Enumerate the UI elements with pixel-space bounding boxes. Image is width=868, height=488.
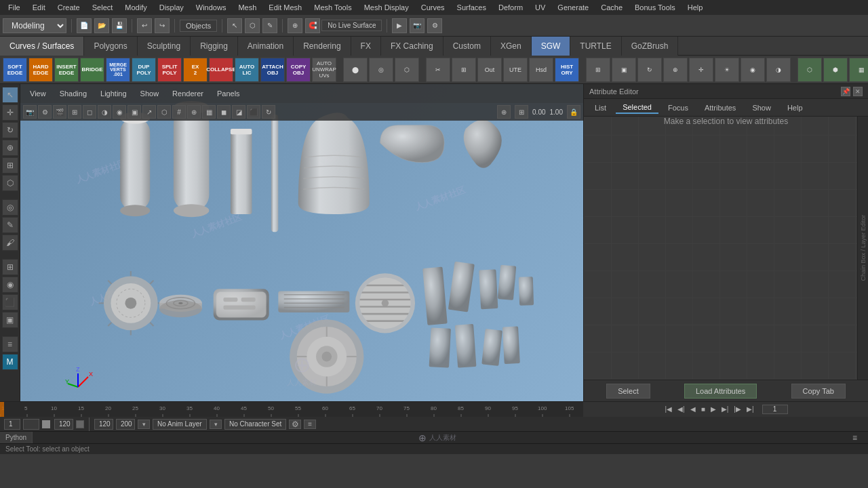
cube-btn[interactable]: ▣ (612, 58, 636, 82)
menu-modify[interactable]: Modify (119, 2, 152, 13)
select-tool-icon[interactable]: ↖ (227, 18, 242, 33)
poly-btn[interactable]: ⬡ (395, 58, 419, 82)
lock-icon[interactable]: 🔒 (567, 105, 580, 119)
camera-settings-icon[interactable]: ⚙ (38, 105, 52, 119)
vp-menu-panels[interactable]: Panels (213, 88, 244, 99)
step-back-icon[interactable]: ◀| (676, 405, 686, 413)
vp-menu-renderer[interactable]: Renderer (168, 88, 208, 99)
redo-icon[interactable]: ↪ (155, 18, 170, 33)
merge-verts-button[interactable]: MERGEVERTS.001 (106, 58, 130, 82)
paint-icon[interactable]: ✎ (262, 18, 277, 33)
char-set-options2[interactable]: ≡ (304, 420, 316, 429)
play-icon[interactable]: ▶ (709, 405, 717, 413)
display-mode4-icon[interactable]: ⬛ (247, 105, 260, 119)
char-set-field[interactable]: No Character Set (224, 419, 286, 430)
save-scene-icon[interactable]: 💾 (112, 18, 127, 33)
magnet-icon[interactable]: 🧲 (305, 18, 320, 33)
display-mode3-icon[interactable]: ◪ (232, 105, 245, 119)
xray-icon[interactable]: ◑ (98, 105, 111, 119)
menu-mesh[interactable]: Mesh (233, 2, 262, 13)
symmetry-icon[interactable]: ⊞ (515, 105, 528, 119)
insert-edge-button[interactable]: INSERTEDGE (54, 58, 79, 82)
frame-range-end[interactable]: 120 (54, 419, 73, 430)
soft-select-tool[interactable]: ◉ (2, 277, 18, 293)
vp-menu-view[interactable]: View (26, 88, 50, 99)
attr-tab-show[interactable]: Show (745, 102, 778, 113)
camera-perspective-icon[interactable]: 📷 (23, 105, 37, 119)
prev-frame-icon[interactable]: ◀ (689, 405, 697, 413)
snap-icon[interactable]: ⊕ (288, 18, 302, 33)
tab-animation[interactable]: Animation (238, 37, 294, 56)
hudloc-icon[interactable]: ⊕ (187, 105, 201, 119)
camera2-btn[interactable]: ◉ (741, 58, 765, 82)
wireframe-icon[interactable]: ◻ (83, 105, 96, 119)
tab-rendering[interactable]: Rendering (294, 37, 351, 56)
tab-gozbrush[interactable]: GoZBrush (622, 37, 679, 56)
select-tool[interactable]: ↖ (2, 87, 18, 103)
refresh-icon[interactable]: ↻ (262, 105, 275, 119)
lasso-icon[interactable]: ⬡ (245, 18, 260, 33)
camera-film-icon[interactable]: 🎬 (53, 105, 66, 119)
help-line-btn[interactable]: ≡ (852, 433, 857, 443)
torus-btn[interactable]: ◎ (369, 58, 393, 82)
menu-mesh-display[interactable]: Mesh Display (359, 2, 414, 13)
attr-tab-attributes[interactable]: Attributes (698, 102, 743, 113)
udim-icon[interactable]: ▣ (127, 105, 141, 119)
move-tool[interactable]: ✛ (2, 104, 18, 121)
python-tab[interactable]: Python (0, 432, 33, 443)
extrude-tool2[interactable]: ▣ (2, 312, 18, 328)
attr-tab-focus[interactable]: Focus (661, 102, 695, 113)
auto-unwrap-button[interactable]: AUTOUNWRAPUVs (312, 58, 336, 82)
menu-edit-mesh[interactable]: Edit Mesh (263, 2, 307, 13)
mode-dropdown[interactable]: Modeling Rigging Animation FX Rendering (3, 18, 66, 33)
bonus1-btn[interactable]: ⬡ (797, 58, 822, 82)
cut-btn[interactable]: ✂ (426, 58, 450, 82)
settings-icon[interactable]: ⚙ (427, 18, 442, 33)
menu-generate[interactable]: Generate (552, 2, 594, 13)
bonus3-btn[interactable]: ▦ (849, 58, 868, 82)
move-btn[interactable]: ✛ (689, 58, 713, 82)
tab-rigging[interactable]: Rigging (191, 37, 238, 56)
snap2-icon[interactable]: ⊕ (497, 105, 511, 119)
bonus2-btn[interactable]: ⬢ (823, 58, 848, 82)
attr-pin-icon[interactable]: 📌 (841, 87, 850, 96)
scale-btn[interactable]: ⊕ (663, 58, 688, 82)
display-mode2-icon[interactable]: ◼ (217, 105, 231, 119)
frame-range-slider[interactable] (42, 420, 52, 428)
viewport[interactable]: 人人素材社区 人人素材社区 人人素材社区 人人素材社区 人人素材社区 人人素材社… (20, 84, 583, 401)
split-poly-button[interactable]: SPLITPOLY (157, 58, 182, 82)
isolate-icon[interactable]: ◉ (113, 105, 126, 119)
anim-layer-field[interactable]: No Anim Layer (153, 419, 207, 430)
extrude-btn[interactable]: ⊞ (452, 58, 476, 82)
char-set-options[interactable]: ⚙ (289, 420, 301, 429)
menu-file[interactable]: File (3, 2, 26, 13)
hard-edge-button[interactable]: HARDEDGE (28, 58, 53, 82)
menu-create[interactable]: Create (52, 2, 85, 13)
menu-windows[interactable]: Windows (191, 2, 232, 13)
goto-start-icon[interactable]: |◀ (663, 405, 673, 413)
menu-bonus-tools[interactable]: Bonus Tools (629, 2, 681, 13)
menu-help[interactable]: Help (682, 2, 709, 13)
load-attributes-button[interactable]: Load Attributes (684, 384, 757, 399)
vp-menu-show[interactable]: Show (136, 88, 163, 99)
menu-uv[interactable]: UV (530, 2, 551, 13)
display-mode1-icon[interactable]: ▦ (202, 105, 216, 119)
light-btn[interactable]: ☀ (715, 58, 739, 82)
grid-toggle-icon[interactable]: ⊞ (68, 105, 81, 119)
new-scene-icon[interactable]: 📄 (77, 18, 92, 33)
poly-count-icon[interactable]: # (172, 105, 186, 119)
sculpt-tool[interactable]: 🖌 (2, 235, 18, 251)
goto-end-icon[interactable]: ▶| (745, 405, 755, 413)
tab-custom[interactable]: Custom (443, 37, 491, 56)
scale-tool[interactable]: ⊕ (2, 140, 18, 156)
menu-select[interactable]: Select (87, 2, 119, 13)
menu-cache[interactable]: Cache (595, 2, 628, 13)
universal-tool[interactable]: ⊞ (2, 157, 18, 174)
menu-display[interactable]: Display (154, 2, 189, 13)
tab-fx[interactable]: FX (351, 37, 381, 56)
dup-poly-button[interactable]: DUPPOLY (132, 58, 156, 82)
out-btn[interactable]: Out (477, 58, 502, 82)
snap-tool[interactable]: ◎ (2, 199, 18, 216)
attach-obj-button[interactable]: ATTACHOBJ (260, 58, 285, 82)
rotate-tool[interactable]: ↻ (2, 122, 18, 138)
